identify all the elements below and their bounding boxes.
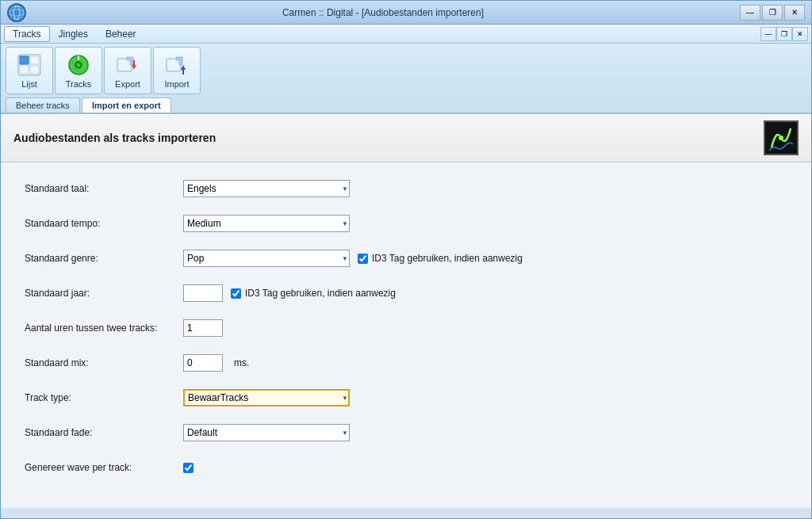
control-standaard-tempo: Slow Medium Fast bbox=[183, 215, 350, 232]
form-row-uren: Aantal uren tussen twee tracks: bbox=[25, 318, 787, 338]
form-row-genre: Standaard genre: Pop Rock Jazz Classical… bbox=[25, 248, 787, 269]
ribbon-restore-btn[interactable]: ❐ bbox=[776, 27, 792, 41]
input-standaard-mix[interactable] bbox=[183, 354, 223, 372]
form-row-taal: Standaard taal: Engels Nederlands Frans … bbox=[25, 178, 787, 199]
ribbon-minimize-btn[interactable]: — bbox=[760, 27, 776, 41]
label-track-type: Track type: bbox=[25, 392, 183, 403]
select-standaard-fade[interactable]: Default Fade In Fade Out None bbox=[183, 424, 350, 441]
checkbox-jaar-id3-label: ID3 Tag gebruiken, indien aanwezig bbox=[245, 288, 396, 299]
window-title: Carmen :: Digital - [Audiobestanden impo… bbox=[26, 7, 740, 18]
checkbox-label-genre-id3: ID3 Tag gebruiken, indien aanwezig bbox=[358, 253, 523, 264]
select-wrapper-taal: Engels Nederlands Frans Duits bbox=[183, 180, 350, 197]
input-standaard-jaar[interactable] bbox=[183, 284, 223, 302]
titlebar: Carmen :: Digital - [Audiobestanden impo… bbox=[1, 1, 811, 25]
svg-point-10 bbox=[77, 63, 80, 67]
svg-rect-7 bbox=[30, 66, 39, 74]
control-standaard-genre: Pop Rock Jazz Classical ID3 Tag gebruike… bbox=[183, 250, 523, 267]
window-controls: — ❐ ✕ bbox=[740, 5, 805, 21]
form-row-tempo: Standaard tempo: Slow Medium Fast bbox=[25, 213, 787, 234]
restore-button[interactable]: ❐ bbox=[762, 5, 783, 21]
label-standaard-taal: Standaard taal: bbox=[25, 183, 183, 194]
label-standaard-mix: Standaard mix: bbox=[25, 357, 183, 368]
form-row-wave: Genereer wave per track: bbox=[25, 457, 787, 478]
lijst-icon bbox=[17, 52, 42, 78]
toolbar-row: Lijst Tracks bbox=[1, 44, 811, 97]
label-aantal-uren: Aantal uren tussen twee tracks: bbox=[25, 322, 183, 334]
checkbox-genre-id3-label: ID3 Tag gebruiken, indien aanwezig bbox=[372, 253, 523, 264]
ribbon-close-btn[interactable]: ✕ bbox=[792, 27, 808, 41]
select-standaard-taal[interactable]: Engels Nederlands Frans Duits bbox=[183, 180, 350, 197]
toolbar-btn-import[interactable]: Import bbox=[153, 47, 201, 94]
svg-rect-6 bbox=[20, 66, 29, 74]
checkbox-label-jaar-id3: ID3 Tag gebruiken, indien aanwezig bbox=[231, 288, 396, 299]
control-standaard-fade: Default Fade In Fade Out None bbox=[183, 424, 350, 441]
svg-marker-14 bbox=[132, 65, 136, 70]
svg-point-21 bbox=[779, 135, 783, 140]
checkbox-jaar-id3[interactable] bbox=[231, 288, 241, 299]
select-standaard-genre[interactable]: Pop Rock Jazz Classical bbox=[183, 250, 350, 267]
toolbar-btn-tracks[interactable]: Tracks bbox=[55, 47, 102, 94]
select-wrapper-genre: Pop Rock Jazz Classical bbox=[183, 250, 350, 267]
lijst-label: Lijst bbox=[21, 79, 37, 89]
svg-rect-16 bbox=[167, 59, 181, 71]
tracks-label: Tracks bbox=[66, 79, 92, 89]
minimize-button[interactable]: — bbox=[740, 5, 760, 21]
label-standaard-fade: Standaard fade: bbox=[25, 427, 183, 438]
page-title: Audiobestanden als tracks importeren bbox=[13, 132, 216, 144]
svg-point-0 bbox=[10, 6, 24, 20]
form-row-jaar: Standaard jaar: ID3 Tag gebruiken, indie… bbox=[25, 283, 787, 303]
checkbox-genereer-wave[interactable] bbox=[183, 463, 193, 473]
content-header: Audiobestanden als tracks importeren bbox=[1, 114, 811, 162]
svg-rect-12 bbox=[117, 59, 132, 71]
control-standaard-taal: Engels Nederlands Frans Duits bbox=[183, 180, 350, 197]
toolbar-tabs: Beheer tracks Import en export bbox=[1, 97, 811, 113]
checkbox-genre-id3[interactable] bbox=[358, 254, 368, 264]
input-aantal-uren[interactable] bbox=[183, 319, 223, 337]
app-logo bbox=[7, 3, 26, 22]
import-label: Import bbox=[164, 79, 189, 89]
form-area: Standaard taal: Engels Nederlands Frans … bbox=[1, 162, 811, 508]
app-logo-badge bbox=[764, 120, 799, 155]
control-standaard-mix: ms. bbox=[183, 354, 249, 372]
menu-item-tracks[interactable]: Tracks bbox=[4, 26, 50, 42]
tab-beheer-tracks[interactable]: Beheer tracks bbox=[6, 97, 80, 113]
label-genereer-wave: Genereer wave per track: bbox=[25, 462, 183, 473]
menu-item-beheer[interactable]: Beheer bbox=[97, 26, 145, 42]
export-label: Export bbox=[115, 79, 140, 89]
select-standaard-tempo[interactable]: Slow Medium Fast bbox=[183, 215, 350, 232]
tab-import-export[interactable]: Import en export bbox=[82, 97, 171, 113]
svg-marker-18 bbox=[181, 65, 186, 70]
window-frame: Carmen :: Digital - [Audiobestanden impo… bbox=[0, 0, 812, 519]
tracks-icon bbox=[66, 52, 91, 78]
select-track-type[interactable]: BewaarTracks Type2 Type3 bbox=[183, 389, 350, 406]
control-aantal-uren bbox=[183, 319, 223, 337]
control-standaard-jaar: ID3 Tag gebruiken, indien aanwezig bbox=[183, 284, 396, 302]
menu-item-jingles[interactable]: Jingles bbox=[50, 26, 97, 42]
label-standaard-genre: Standaard genre: bbox=[25, 253, 183, 264]
close-button[interactable]: ✕ bbox=[784, 5, 805, 21]
content-area: Audiobestanden als tracks importeren Sta… bbox=[1, 114, 811, 508]
toolbar-container: Tracks Jingles Beheer — ❐ ✕ bbox=[1, 25, 811, 114]
toolbar-btn-lijst[interactable]: Lijst bbox=[6, 47, 53, 94]
select-wrapper-track-type: BewaarTracks Type2 Type3 bbox=[183, 389, 350, 406]
toolbar-btn-export[interactable]: Export bbox=[104, 47, 151, 94]
label-standaard-jaar: Standaard jaar: bbox=[25, 288, 183, 299]
ms-suffix-label: ms. bbox=[234, 357, 249, 368]
import-icon bbox=[164, 52, 190, 78]
form-row-track-type: Track type: BewaarTracks Type2 Type3 bbox=[25, 387, 787, 408]
svg-rect-5 bbox=[30, 56, 39, 64]
form-row-fade: Standaard fade: Default Fade In Fade Out… bbox=[25, 422, 787, 443]
label-standaard-tempo: Standaard tempo: bbox=[25, 218, 183, 229]
form-row-mix: Standaard mix: ms. bbox=[25, 353, 787, 373]
export-icon bbox=[115, 52, 140, 78]
control-genereer-wave bbox=[183, 463, 193, 473]
select-wrapper-fade: Default Fade In Fade Out None bbox=[183, 424, 350, 441]
select-wrapper-tempo: Slow Medium Fast bbox=[183, 215, 350, 232]
svg-rect-4 bbox=[20, 56, 29, 64]
menubar: Tracks Jingles Beheer — ❐ ✕ bbox=[1, 25, 811, 44]
control-track-type: BewaarTracks Type2 Type3 bbox=[183, 389, 350, 406]
